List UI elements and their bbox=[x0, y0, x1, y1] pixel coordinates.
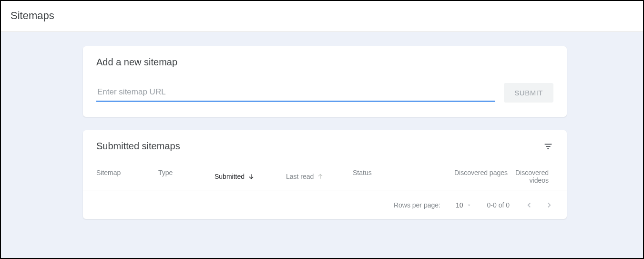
add-sitemap-card: Add a new sitemap SUBMIT bbox=[83, 46, 567, 117]
pagination-range: 0-0 of 0 bbox=[487, 201, 510, 209]
column-discovered-videos[interactable]: Discovered videos bbox=[508, 169, 553, 184]
column-lastread[interactable]: Last read bbox=[286, 169, 353, 184]
pagination-bar: Rows per page: 10 0-0 of 0 bbox=[83, 190, 567, 219]
svg-marker-5 bbox=[468, 205, 470, 206]
table-header-row: Sitemap Type Submitted Last read bbox=[83, 152, 567, 190]
filter-icon[interactable] bbox=[543, 141, 553, 152]
submit-button[interactable]: SUBMIT bbox=[504, 83, 553, 103]
submitted-sitemaps-card: Submitted sitemaps Sitemap Type Submitte… bbox=[83, 130, 567, 219]
submitted-sitemaps-title: Submitted sitemaps bbox=[96, 141, 180, 152]
column-discovered-pages[interactable]: Discovered pages bbox=[434, 169, 508, 184]
rows-per-page-select[interactable]: 10 bbox=[456, 201, 472, 209]
column-submitted[interactable]: Submitted bbox=[215, 169, 286, 184]
column-submitted-label: Submitted bbox=[215, 173, 245, 180]
sitemap-url-input[interactable] bbox=[96, 84, 495, 102]
arrow-up-icon bbox=[317, 173, 324, 180]
column-status[interactable]: Status bbox=[353, 169, 434, 184]
page-next-icon[interactable] bbox=[545, 201, 553, 209]
column-lastread-label: Last read bbox=[286, 173, 314, 180]
chevron-down-icon bbox=[466, 202, 472, 208]
rows-per-page-label: Rows per page: bbox=[394, 201, 440, 209]
column-sitemap[interactable]: Sitemap bbox=[96, 169, 158, 184]
add-sitemap-title: Add a new sitemap bbox=[83, 46, 567, 68]
arrow-down-icon bbox=[247, 173, 255, 180]
page-title: Sitemaps bbox=[10, 10, 634, 22]
page-prev-icon[interactable] bbox=[525, 201, 533, 209]
rows-per-page-value: 10 bbox=[456, 201, 463, 209]
column-type[interactable]: Type bbox=[158, 169, 215, 184]
page-header: Sitemaps bbox=[1, 1, 643, 32]
